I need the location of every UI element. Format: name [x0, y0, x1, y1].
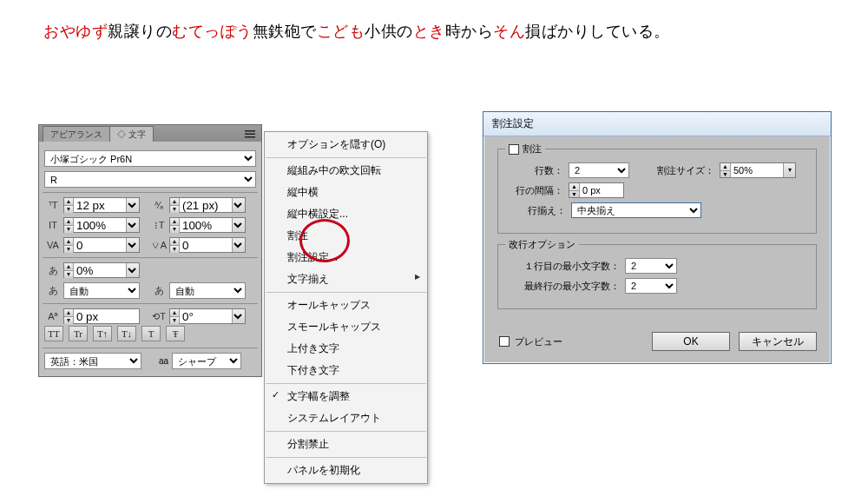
- menu-superscript[interactable]: 上付き文字: [265, 338, 427, 360]
- menu-allcaps[interactable]: オールキャップス: [265, 295, 427, 316]
- sample-segment: こども: [317, 23, 365, 40]
- panel-menu-button[interactable]: [242, 129, 258, 138]
- vscale-input[interactable]: [74, 218, 126, 232]
- opentype-button-2[interactable]: T↑: [93, 326, 112, 341]
- menu-tatechuyoko[interactable]: 縦中横: [265, 182, 427, 203]
- prop-stepper[interactable]: ▲▼ ▾: [63, 262, 140, 278]
- min-last-label: 最終行の最小文字数：: [509, 280, 620, 293]
- panel-flyout-menu: オプションを隠す(O) 縦組み中の欧文回転 縦中横 縦中横設定... 割注 割注…: [264, 131, 428, 484]
- gap-spinner[interactable]: ▲▼: [569, 182, 624, 198]
- min-first-select[interactable]: 2: [625, 258, 677, 274]
- font-size-icon: ᵀT: [44, 200, 62, 211]
- kerning-input[interactable]: [74, 238, 126, 252]
- tracking-input[interactable]: [180, 238, 232, 252]
- gap-input[interactable]: [580, 183, 623, 197]
- align-label: 行揃え：: [528, 204, 566, 217]
- svg-rect-0: [245, 130, 255, 132]
- baseline-stepper[interactable]: ▲▼: [63, 308, 140, 324]
- tracking-icon: ⩒A: [150, 240, 168, 250]
- leading-icon: ᴬ⁄ₐ: [150, 200, 168, 211]
- leading-stepper[interactable]: ▲▼ ▾: [169, 197, 246, 213]
- tracking-stepper[interactable]: ▲▼ ▾: [169, 237, 246, 253]
- tab-character[interactable]: ◇ 文字: [109, 126, 154, 142]
- rotation-input[interactable]: [180, 309, 232, 323]
- menu-warichu-settings[interactable]: 割注設定...: [265, 247, 427, 268]
- linebreak-group: 改行オプション １行目の最小文字数： 2 最終行の最小文字数： 2: [497, 244, 817, 309]
- svg-rect-2: [245, 136, 255, 138]
- opentype-button-4[interactable]: T: [141, 326, 161, 341]
- tab-character-label: 文字: [128, 129, 146, 139]
- font-family-select[interactable]: 小塚ゴシック Pr6N: [44, 150, 256, 167]
- lines-label: 行数：: [535, 164, 563, 177]
- opentype-button-1[interactable]: Tr: [69, 326, 88, 341]
- aki-right-icon: あ: [150, 284, 168, 297]
- size-spinner[interactable]: ▲▼ ▾: [720, 162, 796, 178]
- vscale-icon: IT: [44, 220, 62, 230]
- character-panel: アピアランス ◇ 文字 小塚ゴシック Pr6N R ᵀT ▲▼ ▾ ᴬ⁄ₐ ▲▼: [38, 124, 262, 377]
- sample-segment: 損ばかりしている。: [525, 23, 670, 40]
- vscale-stepper[interactable]: ▲▼ ▾: [63, 217, 140, 233]
- hscale-icon: ⫶T: [150, 220, 168, 230]
- aki-left-icon: あ: [44, 284, 62, 297]
- warichu-checkbox[interactable]: [509, 144, 519, 155]
- warichu-dialog: 割注設定 割注 行数： 2 割注サイズ： ▲▼ ▾ 行の間隔：: [483, 111, 832, 364]
- svg-rect-1: [245, 134, 255, 136]
- kerning-stepper[interactable]: ▲▼ ▾: [63, 237, 140, 253]
- rotation-icon: ⟲T: [150, 311, 168, 322]
- warichu-group-label: 割注: [523, 142, 542, 156]
- preview-label: プレビュー: [515, 335, 562, 348]
- min-last-select[interactable]: 2: [625, 278, 677, 294]
- baseline-icon: Aª: [44, 311, 62, 321]
- antialias-label: aa: [159, 356, 168, 366]
- baseline-input[interactable]: [74, 309, 139, 323]
- hscale-input[interactable]: [180, 218, 232, 232]
- menu-subscript[interactable]: 下付き文字: [265, 360, 427, 381]
- menu-system-layout[interactable]: システムレイアウト: [265, 407, 427, 429]
- sample-segment: むてっぽう: [172, 23, 253, 40]
- tab-appearance[interactable]: アピアランス: [43, 126, 110, 142]
- sample-segment: おやゆず: [43, 23, 108, 40]
- aki-right-select[interactable]: 自動: [169, 282, 246, 299]
- opentype-button-3[interactable]: T↓: [117, 326, 136, 341]
- sample-sentence: おやゆず親譲りのむてっぽう無鉄砲でこども小供のとき時からそん損ばかりしている。: [43, 21, 670, 42]
- up-arrow-icon[interactable]: ▲: [64, 198, 73, 206]
- hscale-stepper[interactable]: ▲▼ ▾: [169, 217, 246, 233]
- menu-adjust-width[interactable]: 文字幅を調整: [265, 386, 427, 407]
- down-arrow-icon[interactable]: ▼: [64, 205, 73, 213]
- prop-input[interactable]: [74, 263, 126, 277]
- font-size-stepper[interactable]: ▲▼ ▾: [63, 197, 140, 213]
- warichu-group: 割注 行数： 2 割注サイズ： ▲▼ ▾ 行の間隔： ▲▼: [497, 149, 817, 234]
- menu-reset-panel[interactable]: パネルを初期化: [265, 460, 427, 481]
- opentype-button-0[interactable]: TT: [44, 326, 63, 341]
- font-size-input[interactable]: [74, 198, 126, 212]
- preview-checkbox[interactable]: [499, 336, 510, 347]
- rotation-stepper[interactable]: ▲▼ ▾: [169, 308, 246, 324]
- ok-button[interactable]: OK: [652, 332, 730, 351]
- leading-input[interactable]: [180, 198, 232, 212]
- menu-character-align[interactable]: 文字揃え: [265, 268, 427, 290]
- antialias-select[interactable]: シャープ: [172, 353, 241, 369]
- gap-label: 行の間隔：: [516, 184, 563, 197]
- opentype-button-5[interactable]: Ŧ: [166, 326, 185, 341]
- cancel-button[interactable]: キャンセル: [739, 332, 817, 351]
- font-size-unit[interactable]: ▾: [126, 198, 139, 212]
- language-select[interactable]: 英語：米国: [44, 353, 141, 369]
- font-style-select[interactable]: R: [44, 171, 256, 188]
- min-first-label: １行目の最小文字数：: [509, 260, 620, 273]
- sample-segment: 小供の: [365, 23, 413, 40]
- menu-tatechuyoko-settings[interactable]: 縦中横設定...: [265, 203, 427, 225]
- menu-warichu[interactable]: 割注: [265, 225, 427, 247]
- menu-smallcaps[interactable]: スモールキャップス: [265, 316, 427, 338]
- menu-no-break[interactable]: 分割禁止: [265, 434, 427, 455]
- sample-segment: 親譲りの: [108, 23, 172, 40]
- size-input[interactable]: [731, 163, 783, 177]
- menu-hide-options[interactable]: オプションを隠す(O): [265, 134, 427, 156]
- menu-tcy-rotation[interactable]: 縦組み中の欧文回転: [265, 160, 427, 182]
- aki-left-select[interactable]: 自動: [63, 282, 140, 299]
- panel-tabs: アピアランス ◇ 文字: [39, 125, 261, 142]
- align-select[interactable]: 中央揃え: [571, 202, 701, 218]
- sample-segment: 無鉄砲で: [253, 23, 317, 40]
- lines-select[interactable]: 2: [569, 162, 629, 178]
- dialog-title: 割注設定: [483, 112, 831, 136]
- sample-segment: 時から: [445, 23, 494, 40]
